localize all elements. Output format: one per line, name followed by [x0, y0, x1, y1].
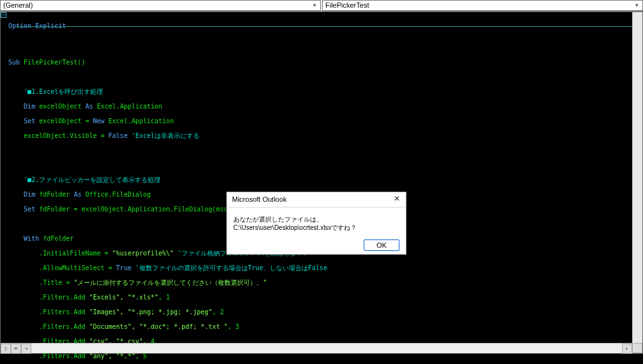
code-token: Option Explicit	[8, 22, 66, 29]
view-full-module-icon[interactable]: ▯	[1, 344, 11, 354]
message-box-titlebar[interactable]: Microsoft Outlook ✕	[227, 192, 406, 208]
code-token: With	[24, 235, 39, 242]
code-string: "Documents", "*.doc*; *.pdf; *.txt "	[89, 323, 228, 330]
view-procedure-icon[interactable]: ≡	[11, 344, 21, 354]
code-token: .Filters.Add	[39, 353, 89, 360]
message-box: Microsoft Outlook ✕ あなたが選択したファイルは、C:\Use…	[226, 192, 407, 255]
code-string: "any", "*.*"	[89, 353, 135, 360]
message-box-title: Microsoft Outlook	[232, 195, 287, 204]
code-comment: 'Excelは非表示にする	[128, 132, 199, 139]
code-token: Set	[24, 206, 35, 213]
object-dropdown[interactable]: (General) ▾	[0, 0, 321, 11]
close-icon[interactable]: ✕	[391, 193, 403, 205]
code-token: Dim	[24, 191, 35, 198]
code-string: "Excels", "*.xls*"	[89, 294, 158, 301]
ok-button-label: OK	[376, 241, 387, 250]
vertical-scrollbar[interactable]	[632, 12, 642, 343]
code-token: .Filters.Add	[39, 308, 89, 315]
code-string: "%userprofile%\"	[112, 250, 174, 257]
object-dropdown-value: (General)	[3, 1, 33, 10]
code-token: Excel.Application	[93, 103, 162, 110]
code-comment: '■2.ファイルピッカーを設定して表示する処理	[24, 176, 160, 183]
code-editor[interactable]: - Option Explicit Sub FilePickerTest() '…	[0, 11, 643, 354]
code-token: , 2	[212, 308, 224, 315]
code-token: As	[74, 191, 81, 198]
code-token: As	[85, 103, 93, 110]
collapse-toggle-icon[interactable]: -	[1, 12, 6, 18]
message-box-body: あなたが選択したファイルは、C:\Users\user\Desktop\ocrt…	[227, 208, 406, 236]
code-token: .Filters.Add	[39, 323, 89, 330]
code-token: Dim	[24, 103, 35, 110]
code-token: .Filters.Add	[39, 294, 89, 301]
procedure-dropdown-value: FilePickerTest	[325, 1, 369, 10]
code-token: False	[109, 132, 128, 139]
code-token: Sub	[8, 59, 20, 66]
horizontal-scrollbar[interactable]: ▯ ≡ ◂ ▸	[1, 343, 632, 353]
code-string: "メールに添付するファイルを選択してください（複数選択可）。"	[74, 279, 267, 286]
section-ruler	[16, 26, 636, 27]
scrollbar-track[interactable]	[31, 344, 622, 353]
code-token: FilePickerTest()	[20, 59, 85, 66]
code-token: excelObject.Visible =	[24, 132, 108, 139]
code-token: True	[116, 264, 132, 271]
code-token: Set	[24, 118, 35, 125]
code-string: "Images", "*.png; *.jpg; *.jpeg"	[89, 308, 212, 315]
chevron-down-icon: ▾	[632, 1, 641, 10]
code-token: .InitialFileName =	[39, 250, 112, 257]
code-token: excelObject	[35, 103, 85, 110]
code-token: .AllowMultiSelect =	[39, 264, 116, 271]
code-token: New	[93, 118, 104, 125]
code-comment: '複数ファイルの選択を許可する場合はTrue、しない場合はFalse	[132, 264, 327, 271]
chevron-down-icon: ▾	[310, 1, 319, 10]
scrollbar-corner	[632, 343, 642, 353]
ok-button[interactable]: OK	[364, 239, 399, 251]
procedure-dropdown[interactable]: FilePickerTest ▾	[322, 0, 643, 11]
code-token: fdFolder	[35, 191, 74, 198]
message-box-footer: OK	[227, 236, 406, 254]
declaration-bar: (General) ▾ FilePickerTest ▾	[0, 0, 643, 11]
code-token: , 3	[228, 323, 239, 330]
code-comment: '■1.Excelを呼び出す処理	[24, 88, 103, 95]
code-token: Excel.Application	[105, 118, 174, 125]
code-content: Option Explicit Sub FilePickerTest() '■1…	[8, 15, 640, 364]
code-token: , 1	[159, 294, 170, 301]
code-token: .Title =	[39, 279, 74, 286]
code-token: , 5	[136, 353, 147, 360]
scroll-right-icon[interactable]: ▸	[622, 344, 632, 354]
code-token: fdFolder	[39, 235, 74, 242]
code-token: Office.FileDialog	[81, 191, 150, 198]
code-token: excelObject =	[35, 118, 93, 125]
scroll-left-icon[interactable]: ◂	[21, 344, 31, 354]
